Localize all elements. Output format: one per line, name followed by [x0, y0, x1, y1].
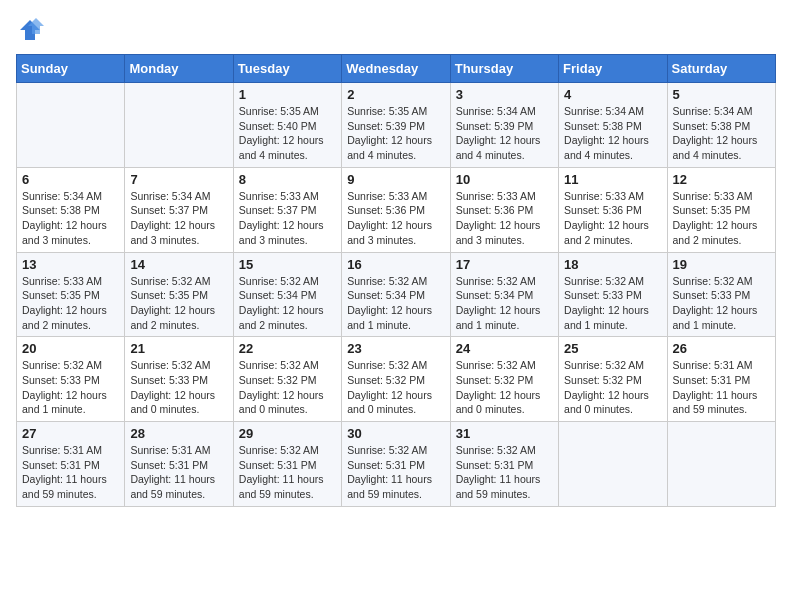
- calendar-cell: 23Sunrise: 5:32 AM Sunset: 5:32 PM Dayli…: [342, 337, 450, 422]
- day-info: Sunrise: 5:32 AM Sunset: 5:32 PM Dayligh…: [347, 358, 444, 417]
- day-number: 26: [673, 341, 770, 356]
- calendar-cell: 5Sunrise: 5:34 AM Sunset: 5:38 PM Daylig…: [667, 83, 775, 168]
- day-info: Sunrise: 5:33 AM Sunset: 5:35 PM Dayligh…: [673, 189, 770, 248]
- day-info: Sunrise: 5:32 AM Sunset: 5:31 PM Dayligh…: [347, 443, 444, 502]
- day-number: 22: [239, 341, 336, 356]
- day-info: Sunrise: 5:31 AM Sunset: 5:31 PM Dayligh…: [22, 443, 119, 502]
- day-number: 7: [130, 172, 227, 187]
- day-number: 2: [347, 87, 444, 102]
- day-number: 14: [130, 257, 227, 272]
- calendar-week-row: 13Sunrise: 5:33 AM Sunset: 5:35 PM Dayli…: [17, 252, 776, 337]
- day-number: 23: [347, 341, 444, 356]
- calendar-cell: 30Sunrise: 5:32 AM Sunset: 5:31 PM Dayli…: [342, 422, 450, 507]
- calendar-cell: 26Sunrise: 5:31 AM Sunset: 5:31 PM Dayli…: [667, 337, 775, 422]
- day-info: Sunrise: 5:32 AM Sunset: 5:34 PM Dayligh…: [347, 274, 444, 333]
- calendar-cell: 2Sunrise: 5:35 AM Sunset: 5:39 PM Daylig…: [342, 83, 450, 168]
- day-info: Sunrise: 5:32 AM Sunset: 5:31 PM Dayligh…: [456, 443, 553, 502]
- day-number: 12: [673, 172, 770, 187]
- day-number: 3: [456, 87, 553, 102]
- calendar-cell: 22Sunrise: 5:32 AM Sunset: 5:32 PM Dayli…: [233, 337, 341, 422]
- calendar-cell: [667, 422, 775, 507]
- calendar-cell: 16Sunrise: 5:32 AM Sunset: 5:34 PM Dayli…: [342, 252, 450, 337]
- day-number: 8: [239, 172, 336, 187]
- day-number: 31: [456, 426, 553, 441]
- weekday-header: Monday: [125, 55, 233, 83]
- day-info: Sunrise: 5:35 AM Sunset: 5:39 PM Dayligh…: [347, 104, 444, 163]
- calendar-cell: 10Sunrise: 5:33 AM Sunset: 5:36 PM Dayli…: [450, 167, 558, 252]
- day-number: 6: [22, 172, 119, 187]
- calendar-cell: 1Sunrise: 5:35 AM Sunset: 5:40 PM Daylig…: [233, 83, 341, 168]
- day-info: Sunrise: 5:33 AM Sunset: 5:36 PM Dayligh…: [347, 189, 444, 248]
- calendar-cell: [17, 83, 125, 168]
- calendar-cell: 7Sunrise: 5:34 AM Sunset: 5:37 PM Daylig…: [125, 167, 233, 252]
- day-info: Sunrise: 5:32 AM Sunset: 5:31 PM Dayligh…: [239, 443, 336, 502]
- day-number: 30: [347, 426, 444, 441]
- day-number: 27: [22, 426, 119, 441]
- calendar-cell: 29Sunrise: 5:32 AM Sunset: 5:31 PM Dayli…: [233, 422, 341, 507]
- day-number: 25: [564, 341, 661, 356]
- weekday-header: Friday: [559, 55, 667, 83]
- day-number: 10: [456, 172, 553, 187]
- calendar-week-row: 27Sunrise: 5:31 AM Sunset: 5:31 PM Dayli…: [17, 422, 776, 507]
- calendar-cell: 11Sunrise: 5:33 AM Sunset: 5:36 PM Dayli…: [559, 167, 667, 252]
- calendar-cell: 17Sunrise: 5:32 AM Sunset: 5:34 PM Dayli…: [450, 252, 558, 337]
- day-info: Sunrise: 5:32 AM Sunset: 5:33 PM Dayligh…: [564, 274, 661, 333]
- calendar-cell: 28Sunrise: 5:31 AM Sunset: 5:31 PM Dayli…: [125, 422, 233, 507]
- calendar-cell: 12Sunrise: 5:33 AM Sunset: 5:35 PM Dayli…: [667, 167, 775, 252]
- day-info: Sunrise: 5:34 AM Sunset: 5:39 PM Dayligh…: [456, 104, 553, 163]
- day-info: Sunrise: 5:32 AM Sunset: 5:32 PM Dayligh…: [239, 358, 336, 417]
- weekday-header: Saturday: [667, 55, 775, 83]
- day-info: Sunrise: 5:32 AM Sunset: 5:33 PM Dayligh…: [673, 274, 770, 333]
- day-info: Sunrise: 5:33 AM Sunset: 5:35 PM Dayligh…: [22, 274, 119, 333]
- calendar-cell: 8Sunrise: 5:33 AM Sunset: 5:37 PM Daylig…: [233, 167, 341, 252]
- calendar-cell: 9Sunrise: 5:33 AM Sunset: 5:36 PM Daylig…: [342, 167, 450, 252]
- day-number: 24: [456, 341, 553, 356]
- calendar-cell: 13Sunrise: 5:33 AM Sunset: 5:35 PM Dayli…: [17, 252, 125, 337]
- day-info: Sunrise: 5:33 AM Sunset: 5:37 PM Dayligh…: [239, 189, 336, 248]
- day-number: 17: [456, 257, 553, 272]
- calendar-week-row: 1Sunrise: 5:35 AM Sunset: 5:40 PM Daylig…: [17, 83, 776, 168]
- day-number: 4: [564, 87, 661, 102]
- day-info: Sunrise: 5:34 AM Sunset: 5:37 PM Dayligh…: [130, 189, 227, 248]
- day-info: Sunrise: 5:32 AM Sunset: 5:34 PM Dayligh…: [239, 274, 336, 333]
- day-number: 19: [673, 257, 770, 272]
- day-info: Sunrise: 5:33 AM Sunset: 5:36 PM Dayligh…: [456, 189, 553, 248]
- calendar-cell: 31Sunrise: 5:32 AM Sunset: 5:31 PM Dayli…: [450, 422, 558, 507]
- calendar-cell: 19Sunrise: 5:32 AM Sunset: 5:33 PM Dayli…: [667, 252, 775, 337]
- day-info: Sunrise: 5:35 AM Sunset: 5:40 PM Dayligh…: [239, 104, 336, 163]
- day-info: Sunrise: 5:34 AM Sunset: 5:38 PM Dayligh…: [673, 104, 770, 163]
- day-info: Sunrise: 5:32 AM Sunset: 5:32 PM Dayligh…: [564, 358, 661, 417]
- weekday-header: Tuesday: [233, 55, 341, 83]
- calendar-table: SundayMondayTuesdayWednesdayThursdayFrid…: [16, 54, 776, 507]
- weekday-header: Sunday: [17, 55, 125, 83]
- calendar-week-row: 6Sunrise: 5:34 AM Sunset: 5:38 PM Daylig…: [17, 167, 776, 252]
- logo: [16, 16, 48, 44]
- weekday-header: Wednesday: [342, 55, 450, 83]
- day-number: 13: [22, 257, 119, 272]
- day-number: 15: [239, 257, 336, 272]
- calendar-cell: 4Sunrise: 5:34 AM Sunset: 5:38 PM Daylig…: [559, 83, 667, 168]
- day-info: Sunrise: 5:33 AM Sunset: 5:36 PM Dayligh…: [564, 189, 661, 248]
- day-info: Sunrise: 5:31 AM Sunset: 5:31 PM Dayligh…: [673, 358, 770, 417]
- calendar-cell: [559, 422, 667, 507]
- day-info: Sunrise: 5:32 AM Sunset: 5:34 PM Dayligh…: [456, 274, 553, 333]
- day-number: 11: [564, 172, 661, 187]
- calendar-cell: 6Sunrise: 5:34 AM Sunset: 5:38 PM Daylig…: [17, 167, 125, 252]
- day-number: 29: [239, 426, 336, 441]
- day-info: Sunrise: 5:32 AM Sunset: 5:32 PM Dayligh…: [456, 358, 553, 417]
- day-info: Sunrise: 5:32 AM Sunset: 5:33 PM Dayligh…: [22, 358, 119, 417]
- calendar-cell: 3Sunrise: 5:34 AM Sunset: 5:39 PM Daylig…: [450, 83, 558, 168]
- calendar-header-row: SundayMondayTuesdayWednesdayThursdayFrid…: [17, 55, 776, 83]
- calendar-cell: 25Sunrise: 5:32 AM Sunset: 5:32 PM Dayli…: [559, 337, 667, 422]
- weekday-header: Thursday: [450, 55, 558, 83]
- calendar-cell: [125, 83, 233, 168]
- page-header: [16, 16, 776, 44]
- day-number: 9: [347, 172, 444, 187]
- day-number: 16: [347, 257, 444, 272]
- calendar-cell: 24Sunrise: 5:32 AM Sunset: 5:32 PM Dayli…: [450, 337, 558, 422]
- day-info: Sunrise: 5:34 AM Sunset: 5:38 PM Dayligh…: [564, 104, 661, 163]
- day-number: 5: [673, 87, 770, 102]
- day-number: 20: [22, 341, 119, 356]
- day-info: Sunrise: 5:32 AM Sunset: 5:35 PM Dayligh…: [130, 274, 227, 333]
- day-number: 28: [130, 426, 227, 441]
